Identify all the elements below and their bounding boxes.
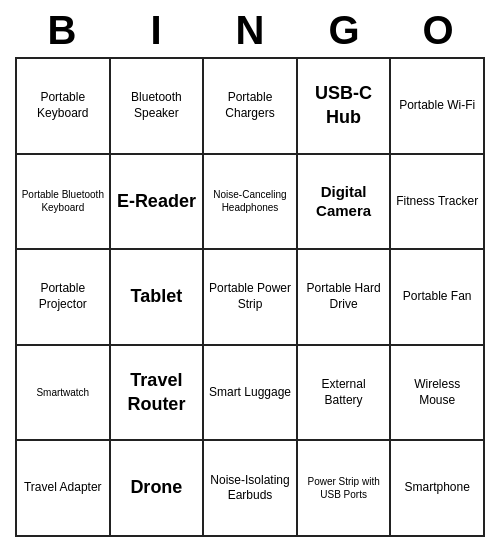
cell-r3-c0: Smartwatch — [17, 346, 111, 442]
bingo-title: B I N G O — [15, 0, 485, 57]
bingo-grid: Portable KeyboardBluetooth SpeakerPortab… — [15, 57, 485, 537]
cell-r4-c4: Smartphone — [391, 441, 485, 537]
cell-r1-c1: E-Reader — [111, 155, 205, 251]
title-g: G — [304, 8, 384, 53]
cell-r4-c1: Drone — [111, 441, 205, 537]
cell-r3-c1: Travel Router — [111, 346, 205, 442]
cell-r4-c3: Power Strip with USB Ports — [298, 441, 392, 537]
cell-r3-c3: External Battery — [298, 346, 392, 442]
cell-r2-c0: Portable Projector — [17, 250, 111, 346]
cell-r0-c3: USB-C Hub — [298, 59, 392, 155]
cell-r0-c4: Portable Wi-Fi — [391, 59, 485, 155]
cell-r1-c2: Noise-Canceling Headphones — [204, 155, 298, 251]
cell-r0-c2: Portable Chargers — [204, 59, 298, 155]
cell-r3-c4: Wireless Mouse — [391, 346, 485, 442]
cell-r1-c3: Digital Camera — [298, 155, 392, 251]
cell-r3-c2: Smart Luggage — [204, 346, 298, 442]
cell-r2-c2: Portable Power Strip — [204, 250, 298, 346]
title-i: I — [116, 8, 196, 53]
cell-r2-c3: Portable Hard Drive — [298, 250, 392, 346]
cell-r2-c1: Tablet — [111, 250, 205, 346]
cell-r1-c4: Fitness Tracker — [391, 155, 485, 251]
title-n: N — [210, 8, 290, 53]
cell-r1-c0: Portable Bluetooth Keyboard — [17, 155, 111, 251]
cell-r4-c2: Noise-Isolating Earbuds — [204, 441, 298, 537]
cell-r0-c1: Bluetooth Speaker — [111, 59, 205, 155]
title-o: O — [398, 8, 478, 53]
cell-r4-c0: Travel Adapter — [17, 441, 111, 537]
title-b: B — [22, 8, 102, 53]
cell-r2-c4: Portable Fan — [391, 250, 485, 346]
cell-r0-c0: Portable Keyboard — [17, 59, 111, 155]
